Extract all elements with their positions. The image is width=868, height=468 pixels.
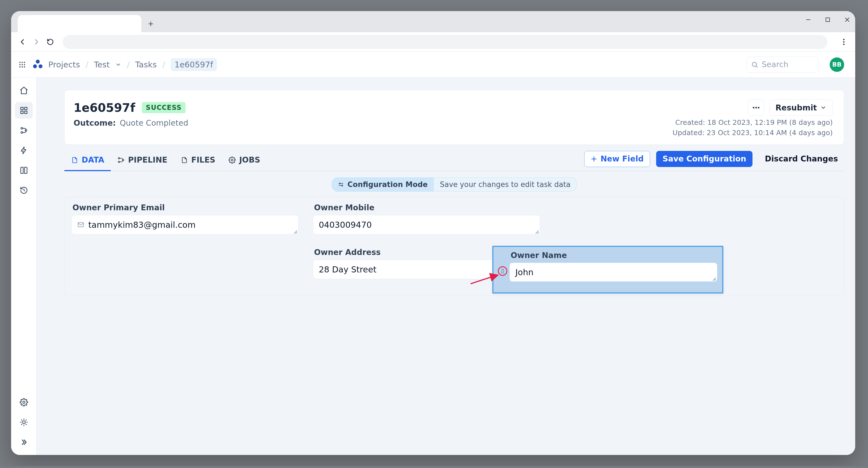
mobile-value: 0403009470: [319, 220, 372, 230]
tab-pipeline[interactable]: PIPELINE: [111, 150, 174, 171]
svg-point-9: [24, 64, 25, 65]
search-input[interactable]: Search: [746, 57, 818, 73]
reload-icon[interactable]: [46, 38, 55, 46]
app-root: Projects / Test / Tasks / 1e60597f Searc…: [11, 52, 855, 455]
tab-files[interactable]: FILES: [174, 150, 222, 171]
breadcrumb-sep: /: [162, 60, 165, 69]
sidebar-item-history[interactable]: [15, 182, 33, 199]
breadcrumb-tasks[interactable]: Tasks: [135, 60, 157, 69]
svg-point-14: [33, 64, 37, 68]
address-input[interactable]: [63, 35, 828, 49]
outcome-label: Outcome:: [73, 119, 116, 128]
browser-tab-bar: [11, 11, 855, 32]
tab-data[interactable]: DATA: [64, 150, 111, 171]
resize-handle-icon[interactable]: [712, 277, 716, 281]
save-config-label: Save Configuration: [662, 154, 746, 163]
discard-changes-button[interactable]: Discard Changes: [758, 151, 844, 167]
tab-jobs[interactable]: JOBS: [222, 150, 267, 171]
svg-point-39: [503, 270, 504, 272]
status-badge: SUCCESS: [142, 102, 185, 113]
field-label: Owner Mobile: [313, 203, 540, 212]
resubmit-label: Resubmit: [776, 103, 817, 112]
field-label: Owner Name: [509, 251, 717, 260]
svg-point-36: [501, 269, 502, 270]
sidebar-item-docs[interactable]: [15, 162, 33, 179]
forward-icon[interactable]: [32, 38, 40, 46]
more-button[interactable]: [748, 100, 764, 116]
minimize-icon[interactable]: [805, 16, 812, 23]
sidebar-item-home[interactable]: [15, 82, 33, 99]
sidebar-item-theme[interactable]: [15, 414, 33, 431]
sidebar-collapse[interactable]: [15, 434, 33, 450]
svg-point-24: [23, 401, 25, 403]
sidebar-item-settings[interactable]: [15, 394, 33, 410]
new-field-button[interactable]: New Field: [584, 151, 650, 167]
email-input[interactable]: tammykim83@gmail.com: [71, 215, 299, 234]
app-header: Projects / Test / Tasks / 1e60597f Searc…: [11, 52, 855, 78]
browser-tab[interactable]: [18, 15, 141, 32]
resubmit-button[interactable]: Resubmit: [769, 100, 833, 116]
breadcrumb-projects[interactable]: Projects: [48, 60, 80, 69]
field-label: Owner Primary Email: [71, 203, 299, 212]
brand-logo-icon[interactable]: [32, 59, 43, 70]
task-card: 1e60597f SUCCESS Resubmit: [64, 90, 844, 145]
svg-point-7: [20, 64, 21, 65]
svg-point-41: [503, 272, 504, 273]
svg-point-28: [758, 107, 760, 108]
page-title: 1e60597f: [73, 101, 135, 114]
sidebar: [11, 78, 37, 455]
avatar[interactable]: BB: [830, 58, 844, 72]
browser-menu-icon[interactable]: [840, 38, 848, 46]
dragging-field-owner-name[interactable]: Owner Name John: [492, 246, 723, 294]
svg-rect-18: [25, 107, 27, 110]
maximize-icon[interactable]: [824, 16, 831, 23]
mobile-input[interactable]: 0403009470: [313, 215, 540, 234]
content-area: 1e60597f SUCCESS Resubmit: [37, 78, 855, 455]
svg-point-15: [39, 64, 42, 68]
close-icon[interactable]: [843, 16, 851, 23]
breadcrumb: Projects / Test / Tasks / 1e60597f: [48, 58, 217, 71]
configuration-banner: Configuration Mode Save your changes to …: [332, 177, 577, 192]
tab-label: PIPELINE: [128, 155, 167, 165]
back-icon[interactable]: [18, 38, 27, 46]
svg-point-3: [843, 43, 844, 45]
svg-point-37: [503, 269, 504, 270]
svg-point-2: [843, 41, 844, 42]
svg-point-10: [20, 66, 21, 67]
drag-handle-icon[interactable]: [498, 266, 507, 276]
address-value: 28 Day Street: [319, 265, 376, 274]
breadcrumb-project[interactable]: Test: [94, 60, 110, 69]
sidebar-item-pipelines[interactable]: [15, 122, 33, 139]
new-tab-button[interactable]: [146, 20, 155, 28]
svg-point-38: [501, 270, 502, 272]
resize-handle-icon[interactable]: [293, 230, 297, 234]
sidebar-item-activity[interactable]: [15, 142, 33, 159]
config-mode-label: Configuration Mode: [347, 180, 428, 189]
app-body: 1e60597f SUCCESS Resubmit: [11, 78, 855, 455]
browser-window: Projects / Test / Tasks / 1e60597f Searc…: [11, 11, 855, 455]
name-input[interactable]: John: [509, 263, 717, 281]
breadcrumb-sep: /: [86, 60, 88, 69]
svg-rect-19: [21, 111, 23, 114]
apps-grid-icon[interactable]: [17, 60, 27, 70]
svg-point-11: [22, 66, 23, 67]
window-controls: [805, 16, 851, 23]
created-timestamp: Created: 18 Oct 2023, 12:19 PM (8 days a…: [673, 119, 833, 127]
fields-panel: Owner Primary Email tammykim83@gmail.com…: [64, 197, 844, 296]
tabs: DATA PIPELINE FILES JOBS: [64, 150, 844, 171]
search-placeholder: Search: [762, 60, 788, 69]
search-icon: [751, 61, 758, 68]
breadcrumb-current: 1e60597f: [171, 58, 217, 71]
svg-point-40: [501, 272, 502, 273]
meta-timestamps: Created: 18 Oct 2023, 12:19 PM (8 days a…: [673, 119, 833, 137]
field-owner-email: Owner Primary Email tammykim83@gmail.com: [71, 203, 299, 234]
svg-point-4: [20, 62, 21, 63]
sidebar-item-tasks[interactable]: [15, 102, 33, 119]
email-value: tammykim83@gmail.com: [88, 220, 195, 230]
mail-icon: [77, 221, 85, 228]
chevron-down-icon[interactable]: [115, 62, 121, 68]
svg-point-27: [755, 107, 757, 108]
save-configuration-button[interactable]: Save Configuration: [656, 151, 752, 167]
tab-label: JOBS: [239, 155, 260, 165]
resize-handle-icon[interactable]: [535, 230, 539, 234]
